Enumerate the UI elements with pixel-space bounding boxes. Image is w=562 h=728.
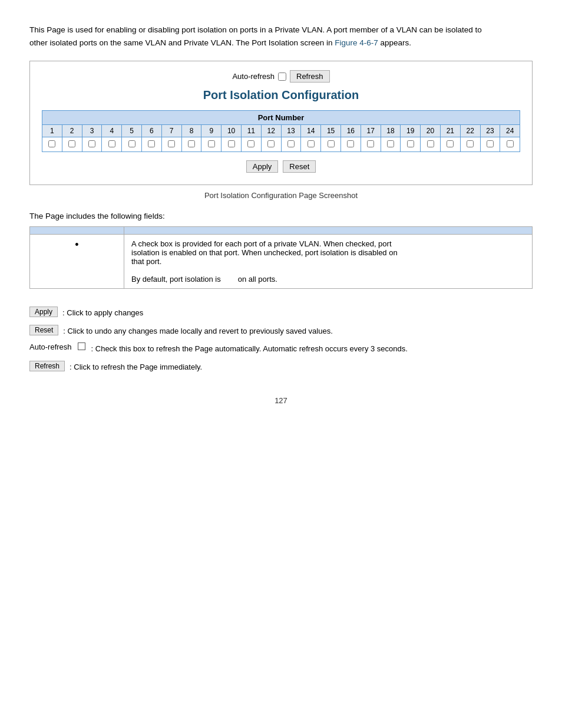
- bottom-apply-button[interactable]: Apply: [29, 307, 58, 317]
- port-checkbox-cell[interactable]: [162, 137, 182, 151]
- port-checkbox[interactable]: [507, 140, 514, 147]
- port-checkbox-cell[interactable]: [381, 137, 401, 151]
- port-number-cell: 12: [262, 125, 282, 137]
- port-checkbox-cell[interactable]: [201, 137, 222, 151]
- port-checkbox[interactable]: [208, 140, 215, 147]
- port-checkbox[interactable]: [128, 140, 135, 147]
- bottom-apply-item: Apply : Click to apply changes: [29, 307, 533, 319]
- table-row: • A check box is provided for each port …: [30, 235, 533, 289]
- config-title: Port Isolation Configuration: [42, 88, 520, 102]
- port-checkbox-cell[interactable]: [262, 137, 282, 151]
- port-checkbox-cell[interactable]: [321, 137, 341, 151]
- port-number-cell: 20: [421, 125, 441, 137]
- port-checkbox[interactable]: [148, 140, 155, 147]
- config-box: Auto-refresh Refresh Port Isolation Conf…: [29, 61, 533, 185]
- port-number-cell: 21: [441, 125, 461, 137]
- apply-button[interactable]: Apply: [246, 160, 279, 173]
- table-header-col2: [124, 227, 533, 235]
- port-checkbox[interactable]: [247, 140, 254, 147]
- reset-button[interactable]: Reset: [283, 160, 316, 173]
- bottom-reset-button[interactable]: Reset: [29, 325, 58, 335]
- refresh-button[interactable]: Refresh: [290, 70, 330, 83]
- desc-line4b: on all ports.: [238, 275, 277, 284]
- port-number-cell: 24: [500, 125, 520, 137]
- intro-text2: other isolated ports on the same VLAN an…: [29, 38, 335, 47]
- port-checkbox[interactable]: [447, 140, 454, 147]
- desc-line3: that port.: [131, 257, 161, 266]
- port-number-cell: 10: [222, 125, 242, 137]
- port-number-cell: 4: [102, 125, 122, 137]
- port-number-cell: 19: [401, 125, 421, 137]
- port-checkbox[interactable]: [228, 140, 235, 147]
- port-number-cell: 5: [122, 125, 142, 137]
- port-number-cell: 11: [242, 125, 262, 137]
- intro-text3: appears.: [378, 38, 411, 47]
- port-checkbox[interactable]: [48, 140, 55, 147]
- port-number-header: Port Number: [42, 111, 520, 125]
- bottom-reset-item: Reset : Click to undo any changes made l…: [29, 325, 533, 337]
- autorefresh-label: Auto-refresh: [232, 72, 275, 81]
- port-checkbox-cell[interactable]: [102, 137, 122, 151]
- bottom-reset-desc: : Click to undo any changes made locally…: [63, 325, 332, 337]
- port-checkbox-cell[interactable]: [222, 137, 242, 151]
- port-checkbox-cell[interactable]: [481, 137, 501, 151]
- port-checkbox-cell[interactable]: [500, 137, 520, 151]
- bottom-autorefresh-item: Auto-refresh : Check this box to refresh…: [29, 342, 533, 355]
- bottom-autorefresh-checkbox-icon: [78, 342, 85, 350]
- port-numbers-row: 123456789101112131415161718192021222324: [42, 125, 520, 137]
- port-number-cell: 2: [62, 125, 82, 137]
- port-checkbox-cell[interactable]: [341, 137, 361, 151]
- port-checkbox[interactable]: [267, 140, 275, 147]
- port-checkbox[interactable]: [367, 140, 374, 147]
- port-checkbox-cell[interactable]: [421, 137, 441, 151]
- port-checkbox-cell[interactable]: [82, 137, 103, 151]
- caption-text: Port Isolation Configuration Page Screen…: [29, 191, 533, 200]
- port-checkbox-cell[interactable]: [242, 137, 262, 151]
- port-checkbox[interactable]: [487, 140, 494, 147]
- bottom-autorefresh-desc: : Check this box to refresh the Page aut…: [91, 342, 408, 355]
- port-checkbox[interactable]: [427, 140, 434, 147]
- port-checkbox[interactable]: [467, 140, 474, 147]
- desc-line1: A check box is provided for each port of…: [131, 239, 392, 248]
- port-number-cell: 6: [142, 125, 162, 137]
- port-checkbox-cell[interactable]: [142, 137, 162, 151]
- port-number-cell: 13: [282, 125, 302, 137]
- port-checkbox[interactable]: [88, 140, 95, 147]
- port-checkbox-cell[interactable]: [461, 137, 481, 151]
- page-number: 127: [29, 396, 533, 405]
- port-checkbox[interactable]: [347, 140, 354, 147]
- port-checkbox-cell[interactable]: [401, 137, 421, 151]
- port-checkbox-cell[interactable]: [122, 137, 142, 151]
- port-checkbox-cell[interactable]: [282, 137, 302, 151]
- bottom-apply-desc: : Click to apply changes: [62, 307, 143, 319]
- port-checkbox[interactable]: [287, 140, 295, 147]
- port-checkbox-cell[interactable]: [62, 137, 82, 151]
- table-cell-bullet: •: [30, 235, 124, 289]
- bottom-autorefresh-label: Auto-refresh: [29, 342, 72, 351]
- intro-paragraph: This Page is used for enabling or disabl…: [29, 24, 533, 49]
- port-checkbox-cell[interactable]: [182, 137, 202, 151]
- port-checkboxes-row: [42, 137, 520, 151]
- port-number-cell: 15: [321, 125, 341, 137]
- port-checkbox[interactable]: [68, 140, 75, 147]
- port-number-cell: 7: [162, 125, 182, 137]
- figure-link[interactable]: Figure 4-6-7: [335, 38, 378, 47]
- port-checkbox[interactable]: [407, 140, 414, 147]
- fields-table: • A check box is provided for each port …: [29, 226, 533, 289]
- port-checkbox-cell[interactable]: [361, 137, 381, 151]
- bottom-refresh-button[interactable]: Refresh: [29, 361, 65, 371]
- table-cell-description: A check box is provided for each port of…: [124, 235, 533, 289]
- autorefresh-checkbox[interactable]: [278, 73, 286, 81]
- autorefresh-row: Auto-refresh Refresh: [42, 70, 520, 83]
- port-checkbox[interactable]: [387, 140, 394, 147]
- port-checkbox-cell[interactable]: [301, 137, 321, 151]
- port-checkbox[interactable]: [328, 140, 335, 147]
- port-checkbox-cell[interactable]: [441, 137, 461, 151]
- port-checkbox[interactable]: [188, 140, 195, 147]
- port-checkbox-cell[interactable]: [42, 137, 62, 151]
- port-checkbox[interactable]: [168, 140, 175, 147]
- port-number-cell: 3: [82, 125, 103, 137]
- port-number-cell: 1: [42, 125, 62, 137]
- port-checkbox[interactable]: [308, 140, 315, 147]
- port-checkbox[interactable]: [108, 140, 115, 147]
